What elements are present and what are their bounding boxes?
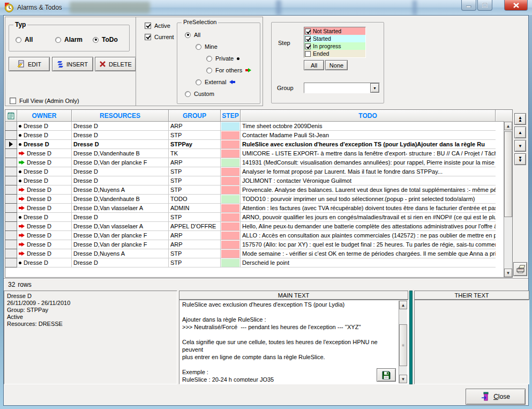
current-checkbox-box[interactable] xyxy=(145,34,151,40)
radio-icon[interactable] xyxy=(206,56,212,62)
step-item-started[interactable]: Started xyxy=(304,35,365,42)
main-text-content[interactable]: RuleSlice avec exclusion d'heures d'exce… xyxy=(179,300,388,382)
preselection-option-for-others[interactable]: For others xyxy=(206,67,251,73)
step-item-not-started[interactable]: Not Started xyxy=(304,27,365,35)
grid-vscrollbar[interactable]: ▲ ▼ xyxy=(504,122,512,277)
table-row[interactable]: Dresse DDresse D,Van der plancke FARP157… xyxy=(5,240,504,249)
table-row[interactable]: Dresse DDresse D,Nuyens ASTPProvencale. … xyxy=(5,185,504,195)
table-row[interactable]: Dresse DDresse DSTPAnalyser le format pr… xyxy=(5,167,504,176)
print-button[interactable] xyxy=(513,262,527,276)
table-row[interactable]: Dresse DDresse DSTPPayRuleSlice avec exc… xyxy=(5,140,504,149)
preselection-option-custom[interactable]: Custom xyxy=(185,91,214,97)
row-selector[interactable] xyxy=(5,185,17,195)
close-button[interactable]: Close xyxy=(466,389,526,405)
goto-first-button[interactable]: ▲▲ xyxy=(514,113,526,125)
column-header-resources[interactable]: RESOURCES xyxy=(72,110,169,122)
typ-option-alarm[interactable]: Alarm xyxy=(55,36,83,43)
goto-next-button[interactable]: ▼ xyxy=(514,140,526,152)
radio-icon[interactable] xyxy=(196,44,201,50)
typ-option-todo[interactable]: ToDo xyxy=(93,36,118,43)
row-selector[interactable] xyxy=(5,140,17,149)
table-row[interactable]: Dresse DDresse DSTPARNO, pouvoir qualifi… xyxy=(5,213,504,222)
main-text-scroll-thumb[interactable]: ≡ xyxy=(399,324,407,366)
table-row[interactable]: Dresse DDresse D,Van der plancke FARP141… xyxy=(5,158,504,167)
column-header-group[interactable]: GROUP xyxy=(169,110,221,122)
scroll-down-icon[interactable]: ▼ xyxy=(399,375,407,383)
preselection-option-external[interactable]: External xyxy=(196,79,235,85)
radio-icon[interactable] xyxy=(196,79,201,85)
step-item-ended[interactable]: Ended xyxy=(304,50,365,57)
row-selector[interactable] xyxy=(5,149,17,158)
save-button[interactable] xyxy=(377,368,396,382)
group-combobox[interactable]: ▼ xyxy=(304,83,380,93)
table-row[interactable]: Dresse DDresse D,Van der plancke FARPALL… xyxy=(5,231,504,240)
step-item-checkbox[interactable] xyxy=(305,28,311,34)
row-selector[interactable] xyxy=(5,204,17,213)
step-item-checkbox[interactable] xyxy=(305,43,311,49)
delete-button[interactable]: DELETE xyxy=(95,57,136,71)
combobox-dropdown-icon[interactable]: ▼ xyxy=(370,83,379,93)
row-selector[interactable] xyxy=(5,167,17,176)
row-selector[interactable] xyxy=(5,222,17,231)
close-window-button[interactable] xyxy=(504,0,528,11)
radio-icon[interactable] xyxy=(93,37,99,43)
active-checkbox-box[interactable] xyxy=(145,23,151,29)
row-selector[interactable] xyxy=(5,240,17,249)
table-row[interactable]: Dresse DDresse DSTPDerscheid le point xyxy=(5,258,504,267)
row-selector[interactable] xyxy=(5,122,17,131)
table-row[interactable]: Dresse DDresse D,Nuyens ASTPMode semaine… xyxy=(5,249,504,258)
minimize-button[interactable] xyxy=(461,0,476,11)
table-row[interactable]: Dresse DDresse D,Van vlasselaer AAPPEL D… xyxy=(5,222,504,231)
row-selector[interactable] xyxy=(5,176,17,185)
step-all-button[interactable]: All xyxy=(304,60,324,70)
edit-button[interactable]: EDIT xyxy=(9,57,50,71)
table-row[interactable]: Dresse DDresse D,Vandenhaute BTKUMICORE … xyxy=(5,149,504,158)
row-selector[interactable] xyxy=(5,131,17,140)
table-row[interactable]: Dresse DDresse D,Van vlasselaer AADMINAt… xyxy=(5,204,504,213)
preselection-option-private[interactable]: Private xyxy=(206,55,239,62)
table-row[interactable]: Dresse DDresse DARPTime sheet octobre 20… xyxy=(5,122,504,131)
row-selector[interactable] xyxy=(5,158,17,167)
radio-icon[interactable] xyxy=(206,68,212,73)
title-bar[interactable]: Alarms & Todos xyxy=(0,0,532,15)
scroll-up-icon[interactable]: ▲ xyxy=(399,301,407,309)
step-item-in-progress[interactable]: In progress xyxy=(304,42,365,50)
main-text-panel[interactable]: RuleSlice avec exclusion d'heures d'exce… xyxy=(179,300,408,384)
insert-button[interactable]: INSERT xyxy=(52,57,93,71)
typ-option-all[interactable]: All xyxy=(16,36,33,43)
row-selector[interactable] xyxy=(5,195,17,204)
maximize-button[interactable] xyxy=(477,0,492,11)
column-header-todo[interactable]: TODO xyxy=(241,110,496,122)
scroll-down-icon[interactable]: ▼ xyxy=(504,269,512,277)
row-selector[interactable] xyxy=(5,249,17,258)
main-text-scrollbar[interactable]: ▲ ≡ ▼ xyxy=(399,301,407,383)
row-selector[interactable] xyxy=(5,213,17,222)
column-header-owner[interactable]: OWNER xyxy=(17,110,72,122)
goto-previous-button[interactable]: ▲ xyxy=(514,127,526,138)
full-view-checkbox[interactable]: Full View (Admin Only) xyxy=(10,98,79,104)
radio-icon[interactable] xyxy=(55,37,61,43)
table-row[interactable]: Dresse DDresse DSTPJOLIMONT : contacter … xyxy=(5,176,504,185)
scroll-up-icon[interactable]: ▲ xyxy=(504,122,512,130)
column-header-step[interactable]: STEP xyxy=(221,110,241,122)
table-row[interactable]: Dresse DDresse DSTPContacter Madame Paul… xyxy=(5,131,504,140)
radio-icon[interactable] xyxy=(185,32,191,38)
preselection-option-all[interactable]: All xyxy=(185,32,200,38)
row-selector[interactable] xyxy=(5,258,17,267)
their-text-content[interactable] xyxy=(414,300,529,384)
row-selector[interactable] xyxy=(5,231,17,240)
goto-last-button[interactable]: ▼▼ xyxy=(514,153,526,165)
current-checkbox[interactable]: Current xyxy=(145,34,174,40)
grid-corner-cell[interactable] xyxy=(5,110,17,122)
table-row[interactable]: Dresse DDresse D,Vandenhaute BTODOTODO10… xyxy=(5,195,504,204)
full-view-checkbox-box[interactable] xyxy=(10,98,16,104)
panel-divider[interactable] xyxy=(409,291,413,384)
step-item-checkbox[interactable] xyxy=(305,36,311,42)
radio-icon[interactable] xyxy=(185,91,191,97)
active-checkbox[interactable]: Active xyxy=(145,23,170,29)
grid-scroll-thumb[interactable] xyxy=(504,131,512,217)
radio-icon[interactable] xyxy=(16,37,21,43)
step-item-checkbox[interactable] xyxy=(305,51,311,57)
step-none-button[interactable]: None xyxy=(325,60,348,70)
preselection-option-mine[interactable]: Mine xyxy=(196,43,218,50)
